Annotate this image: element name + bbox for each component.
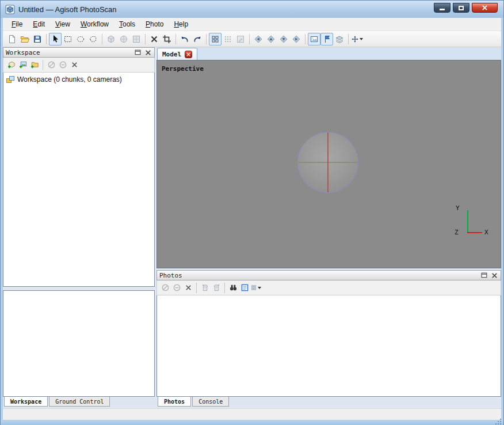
crop-selection-button[interactable]	[161, 33, 173, 45]
dropdown-arrow-icon	[258, 287, 261, 289]
menu-view[interactable]: View	[50, 18, 75, 30]
rotate-ccw-button[interactable]	[199, 282, 211, 294]
toolbar-separator	[196, 283, 197, 293]
photos-content[interactable]	[156, 295, 501, 397]
axis-gizmo: Y Z X	[451, 207, 494, 240]
window-controls	[434, 3, 498, 13]
app-icon	[5, 5, 15, 14]
close-panel-icon[interactable]	[144, 48, 152, 56]
minimize-icon	[440, 9, 445, 10]
maximize-button[interactable]	[453, 3, 469, 13]
minimize-button[interactable]	[434, 3, 450, 13]
remove-photo-button[interactable]	[182, 282, 194, 294]
stacked-view-button[interactable]	[333, 33, 346, 45]
toolbar-separator	[175, 34, 176, 44]
navigate-down-button[interactable]	[277, 33, 290, 45]
tab-photos[interactable]: Photos	[158, 397, 191, 407]
region-box-button[interactable]	[105, 33, 117, 45]
toolbar-separator	[348, 34, 349, 44]
close-button[interactable]	[472, 3, 498, 13]
thumbnail-size-button[interactable]	[250, 282, 262, 294]
view-grid-button[interactable]	[209, 33, 222, 45]
close-icon	[482, 5, 487, 10]
enable-item-button[interactable]	[45, 59, 57, 71]
tab-ground-control[interactable]: Ground Control	[49, 397, 110, 407]
toggle-workspace-pane-button[interactable]	[320, 33, 333, 45]
select-circle-button[interactable]	[74, 33, 87, 45]
navigate-right-button[interactable]	[290, 33, 303, 45]
axis-x-line	[467, 232, 482, 233]
tab-workspace[interactable]: Workspace	[4, 397, 48, 407]
workspace-tree: Workspace (0 chunks, 0 cameras)	[3, 73, 155, 287]
menu-file[interactable]: File	[6, 18, 28, 30]
document-area: Model Perspective Y Z	[156, 47, 501, 408]
menu-edit[interactable]: Edit	[28, 18, 50, 30]
region-sphere-button[interactable]	[117, 33, 130, 45]
workspace-panel-title: Workspace	[3, 49, 133, 56]
main-toolbar	[3, 31, 501, 47]
resize-grip[interactable]	[494, 419, 501, 424]
menu-help[interactable]: Help	[169, 18, 193, 30]
disable-photo-button[interactable]	[171, 282, 182, 294]
redo-button[interactable]	[191, 33, 204, 45]
menubar: File Edit View Workflow Tools Photo Help	[3, 18, 501, 31]
main-area: Workspace Workspace (0 chunks	[3, 47, 501, 408]
workspace-toolbar	[3, 58, 155, 73]
tab-console[interactable]: Console	[192, 397, 229, 407]
navigation-mode-button[interactable]	[351, 33, 364, 45]
select-freeform-button[interactable]	[87, 33, 100, 45]
save-project-button[interactable]	[31, 33, 44, 45]
model-tab-close-button[interactable]	[185, 51, 192, 58]
close-icon	[186, 52, 190, 56]
status-bar	[3, 408, 501, 420]
tab-model[interactable]: Model	[157, 48, 197, 60]
details-view-button[interactable]	[239, 282, 250, 294]
new-document-button[interactable]	[6, 33, 18, 45]
navigate-left-button[interactable]	[252, 33, 265, 45]
find-photo-button[interactable]	[227, 282, 239, 294]
dropdown-arrow-icon	[360, 38, 363, 40]
navigate-up-button[interactable]	[265, 33, 277, 45]
region-grid-button[interactable]	[130, 33, 143, 45]
window-title: Untitled — Agisoft PhotoScan	[18, 5, 117, 14]
view-wireframe-button[interactable]	[234, 33, 247, 45]
view-points-button[interactable]	[222, 33, 234, 45]
add-chunk-button[interactable]	[6, 59, 17, 71]
menu-photo[interactable]: Photo	[140, 18, 169, 30]
float-panel-icon[interactable]	[480, 271, 488, 279]
photos-toolbar	[156, 280, 501, 295]
trackball-sphere	[297, 132, 358, 193]
workspace-lower-pane	[3, 290, 155, 397]
enable-photo-button[interactable]	[159, 282, 171, 294]
projection-label: Perspective	[162, 65, 204, 73]
toolbar-separator	[102, 34, 102, 44]
open-project-button[interactable]	[18, 33, 31, 45]
add-photos-button[interactable]	[17, 59, 29, 71]
toolbar-separator	[305, 34, 306, 44]
left-tabs: Workspace Ground Control	[3, 397, 155, 408]
add-folder-button[interactable]	[29, 59, 40, 71]
delete-selection-button[interactable]	[148, 33, 161, 45]
axis-z-label: Z	[455, 229, 459, 236]
workspace-panel-header: Workspace	[3, 47, 155, 58]
close-panel-icon[interactable]	[490, 271, 499, 279]
toggle-photos-pane-button[interactable]	[308, 33, 320, 45]
right-tabs: Photos Console	[156, 397, 501, 408]
menu-workflow[interactable]: Workflow	[75, 18, 114, 30]
remove-item-button[interactable]	[68, 59, 80, 71]
undo-button[interactable]	[178, 33, 191, 45]
photos-panel-title: Photos	[157, 272, 480, 279]
float-panel-icon[interactable]	[133, 48, 142, 56]
model-viewport[interactable]: Perspective Y Z X	[156, 60, 501, 268]
menu-tools[interactable]: Tools	[114, 18, 140, 30]
rotate-cw-button[interactable]	[211, 282, 222, 294]
disable-item-button[interactable]	[57, 59, 68, 71]
select-arrow-button[interactable]	[49, 33, 62, 45]
select-rectangle-button[interactable]	[62, 33, 74, 45]
toolbar-separator	[206, 34, 207, 44]
window-frame-bottom	[1, 420, 503, 425]
titlebar[interactable]: Untitled — Agisoft PhotoScan	[1, 1, 503, 18]
workspace-root-item[interactable]: Workspace (0 chunks, 0 cameras)	[3, 73, 154, 85]
axis-y-line	[467, 210, 468, 233]
maximize-icon	[459, 6, 464, 10]
